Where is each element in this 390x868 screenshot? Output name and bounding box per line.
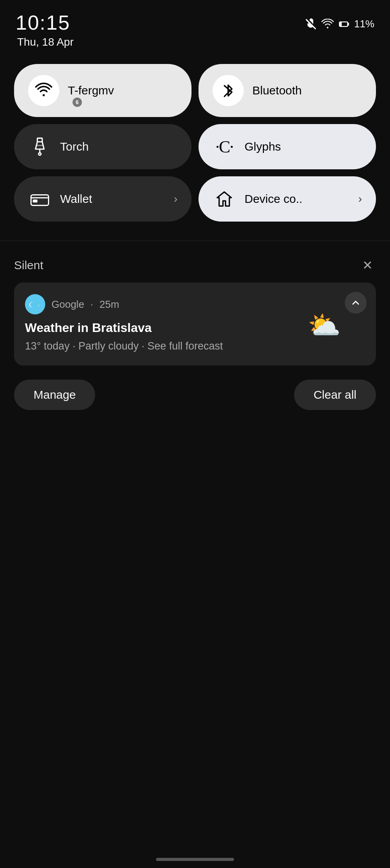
notification-section: Silent ✕ Google · 25m ⛅ Weath — [0, 241, 390, 366]
mute-icon — [305, 18, 317, 30]
device-controls-tile-icon — [213, 187, 236, 211]
notification-action-buttons: Manage Clear all — [0, 366, 390, 410]
notification-header: Silent ✕ — [14, 257, 376, 274]
date-display: Thu, 18 Apr — [16, 36, 74, 48]
notification-app-name: Google — [51, 298, 84, 311]
clear-all-button[interactable]: Clear all — [294, 380, 376, 410]
glyphs-tile-icon: ·C· — [213, 135, 236, 158]
status-icons: 11% — [305, 11, 374, 30]
tiles-grid: 6 T-fergmv Bluetooth — [14, 64, 376, 222]
quick-settings: 6 T-fergmv Bluetooth — [0, 52, 390, 222]
close-notification-section-button[interactable]: ✕ — [359, 257, 376, 274]
notification-time-value: 25m — [99, 298, 119, 311]
wallet-tile-icon — [28, 187, 51, 211]
glyphs-tile[interactable]: ·C· Glyphs — [199, 124, 376, 169]
notification-time: · — [90, 298, 93, 311]
bluetooth-tile[interactable]: Bluetooth — [199, 64, 376, 117]
bluetooth-tile-icon-bg — [213, 75, 244, 106]
wallet-tile[interactable]: Wallet › — [14, 176, 191, 222]
torch-tile-label: Torch — [60, 140, 177, 153]
manage-button[interactable]: Manage — [14, 380, 95, 410]
wallet-tile-chevron: › — [174, 193, 177, 205]
wallet-tile-label: Wallet — [60, 192, 165, 206]
wifi-tile-label: T-fergmv — [68, 84, 177, 97]
notification-expand-button[interactable] — [345, 292, 367, 314]
notification-body: 13° today · Partly cloudy · See full for… — [25, 339, 365, 354]
device-controls-tile-label: Device co.. — [245, 192, 350, 206]
glyphs-tile-label: Glyphs — [245, 140, 362, 153]
torch-tile[interactable]: Torch — [14, 124, 191, 169]
torch-tile-icon — [28, 135, 51, 158]
svg-rect-9 — [33, 200, 37, 203]
wifi-status-icon — [321, 19, 334, 30]
bluetooth-tile-label: Bluetooth — [252, 84, 362, 97]
status-bar: 10:15 Thu, 18 Apr — [0, 0, 390, 52]
status-bar-left: 10:15 Thu, 18 Apr — [16, 11, 74, 48]
home-indicator[interactable] — [156, 858, 234, 861]
device-controls-tile[interactable]: Device co.. › — [199, 176, 376, 222]
silent-label: Silent — [14, 259, 43, 272]
svg-point-6 — [39, 153, 41, 155]
svg-rect-3 — [340, 22, 341, 26]
weather-notification-card[interactable]: Google · 25m ⛅ Weather in Bratislava 13°… — [14, 282, 376, 366]
time-display: 10:15 — [16, 11, 74, 34]
device-controls-tile-chevron: › — [358, 193, 362, 205]
battery-percentage: 11% — [354, 18, 374, 30]
wifi-tile[interactable]: 6 T-fergmv — [14, 64, 191, 117]
wifi-tile-icon-bg: 6 — [28, 75, 59, 106]
weather-emoji-icon: ⛅ — [308, 310, 341, 340]
google-app-icon — [25, 294, 45, 314]
weather-icon: ⛅ — [308, 310, 341, 341]
battery-icon — [339, 19, 349, 30]
